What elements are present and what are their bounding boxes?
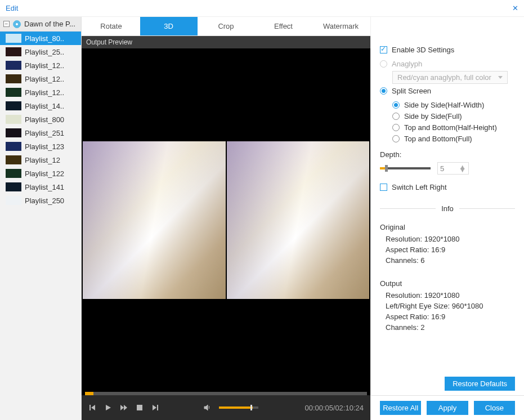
sidebar: − Dawn of the P... Playlist_80..Playlist… (0, 17, 82, 420)
fast-forward-icon[interactable] (120, 404, 128, 412)
sidebar-item-playlist[interactable]: Playlist_12.. (0, 86, 81, 99)
sidebar-item-playlist[interactable]: Playlist_250 (0, 194, 81, 207)
chevron-down-icon (498, 76, 503, 79)
video-frame (82, 141, 370, 299)
sidebar-item-playlist[interactable]: Playlist_12.. (0, 59, 81, 72)
disc-title: Dawn of the P... (24, 20, 78, 28)
checkbox-icon[interactable] (380, 184, 387, 191)
stop-icon[interactable] (136, 404, 144, 412)
playlist-label: Playlist_25.. (25, 48, 64, 56)
split-option-row[interactable]: Top and Bottom(Full) (392, 135, 515, 143)
radio-icon[interactable] (380, 87, 387, 95)
sidebar-item-playlist[interactable]: Playlist_12.. (0, 72, 81, 86)
next-icon[interactable] (151, 404, 159, 412)
close-button[interactable]: Close (474, 401, 515, 415)
enable-3d-label: Enable 3D Settings (392, 46, 454, 54)
playlist-label: Playlist_12.. (25, 61, 64, 70)
playlist-label: Playlist_800 (25, 115, 64, 124)
window-title: Edit (6, 4, 18, 12)
preview-area: 00:00:05/02:10:24 (82, 48, 370, 420)
tabs: Rotate3DCropEffectWatermark (82, 17, 370, 36)
split-option-row[interactable]: Side by Side(Full) (392, 112, 515, 120)
depth-label: Depth: (380, 150, 515, 159)
volume-slider[interactable] (219, 406, 258, 409)
split-option-label: Side by Side(Half-Width) (404, 101, 484, 109)
playlist-label: Playlist_14.. (25, 102, 64, 110)
titlebar: Edit ✕ (0, 0, 524, 17)
collapse-icon[interactable]: − (3, 21, 10, 27)
info-output: Output Resolution: 1920*1080 Left/Right … (380, 277, 515, 334)
playlist-thumb (6, 128, 21, 137)
split-option-row[interactable]: Side by Side(Half-Width) (392, 101, 515, 109)
sidebar-item-playlist[interactable]: Playlist_122 (0, 167, 81, 180)
radio-icon[interactable] (392, 113, 400, 120)
apply-button[interactable]: Apply (427, 401, 468, 415)
play-icon[interactable] (104, 404, 112, 412)
sidebar-item-playlist[interactable]: Playlist_14.. (0, 99, 81, 113)
playlist-label: Playlist_12.. (25, 88, 64, 97)
enable-3d-row[interactable]: Enable 3D Settings (380, 46, 515, 54)
sidebar-item-playlist[interactable]: Playlist_25.. (0, 45, 81, 59)
disc-icon (13, 20, 21, 28)
playlist-label: Playlist_141 (25, 183, 64, 191)
depth-stepper[interactable]: 5 ▲▼ (437, 162, 469, 175)
tab-watermark[interactable]: Watermark (312, 17, 370, 35)
sidebar-item-playlist[interactable]: Playlist_141 (0, 180, 81, 194)
sidebar-item-playlist[interactable]: Playlist_12 (0, 153, 81, 167)
restore-defaults-button[interactable]: Restore Defaults (445, 377, 515, 391)
split-screen-row[interactable]: Split Screen (380, 87, 515, 95)
tab-crop[interactable]: Crop (198, 17, 255, 35)
time-display: 00:00:05/02:10:24 (304, 404, 364, 412)
sidebar-item-playlist[interactable]: Playlist_80.. (0, 32, 81, 45)
playlist-label: Playlist_12.. (25, 75, 64, 83)
info-original: Original Resolution: 1920*1080 Aspect Ra… (380, 221, 515, 267)
playlist-thumb (6, 61, 21, 70)
radio-icon[interactable] (392, 124, 400, 131)
radio-icon[interactable] (392, 135, 400, 142)
playlist-label: Playlist_123 (25, 142, 64, 151)
sidebar-item-playlist[interactable]: Playlist_251 (0, 126, 81, 140)
preview-header: Output Preview (82, 36, 370, 48)
tab-3d[interactable]: 3D (140, 17, 198, 35)
tree-root[interactable]: − Dawn of the P... (0, 17, 81, 32)
seek-bar[interactable] (85, 392, 367, 395)
tab-rotate[interactable]: Rotate (83, 17, 140, 35)
restore-all-button[interactable]: Restore All (380, 401, 421, 415)
anaglyph-row[interactable]: Anaglyph (380, 60, 515, 68)
close-icon[interactable]: ✕ (512, 4, 518, 12)
sidebar-item-playlist[interactable]: Playlist_800 (0, 113, 81, 126)
anaglyph-select: Red/cyan anaglyph, full color (392, 71, 508, 84)
settings-panel: Enable 3D Settings Anaglyph Red/cyan ana… (370, 17, 524, 420)
split-option-label: Top and Bottom(Full) (404, 135, 472, 143)
center-panel: Rotate3DCropEffectWatermark Output Previ… (82, 17, 370, 420)
playlist-thumb (6, 169, 21, 178)
playlist-label: Playlist_12 (25, 156, 60, 164)
video-left-eye (83, 141, 226, 299)
sidebar-item-playlist[interactable]: Playlist_123 (0, 140, 81, 153)
playlist-thumb (6, 101, 21, 110)
playlist-thumb (6, 196, 21, 205)
play-controls: 00:00:05/02:10:24 (82, 395, 370, 420)
split-option-label: Top and Bottom(Half-Height) (404, 123, 497, 132)
switch-lr-row[interactable]: Switch Left Right (380, 183, 515, 191)
anaglyph-label: Anaglyph (392, 60, 422, 68)
playlist-thumb (6, 47, 21, 56)
depth-slider[interactable] (380, 167, 431, 169)
svg-rect-0 (137, 405, 142, 410)
playlist-thumb (6, 34, 21, 43)
playlist-label: Playlist_122 (25, 169, 64, 178)
playlist-label: Playlist_80.. (25, 34, 64, 43)
playlist-thumb (6, 115, 21, 124)
radio-icon[interactable] (380, 60, 387, 68)
playlist-thumb (6, 182, 21, 191)
checkbox-icon[interactable] (380, 46, 387, 53)
info-divider: Info (380, 204, 515, 213)
volume-icon[interactable] (203, 404, 211, 412)
switch-lr-label: Switch Left Right (392, 183, 447, 191)
playlist-thumb (6, 74, 21, 83)
playlist-label: Playlist_250 (25, 196, 64, 205)
prev-icon[interactable] (88, 404, 96, 412)
radio-icon[interactable] (392, 101, 400, 109)
split-option-row[interactable]: Top and Bottom(Half-Height) (392, 123, 515, 132)
tab-effect[interactable]: Effect (255, 17, 312, 35)
